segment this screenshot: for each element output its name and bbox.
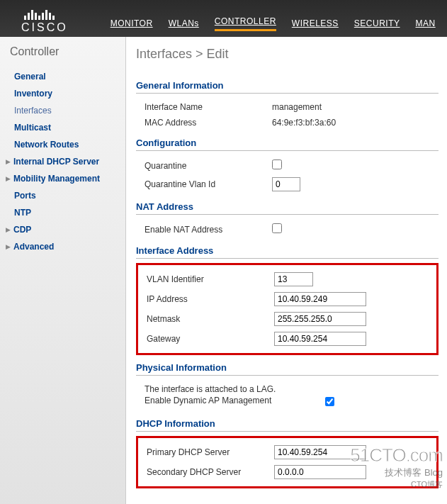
breadcrumb: Interfaces > Edit <box>136 47 438 62</box>
sidebar-item-ports[interactable]: Ports <box>14 187 125 204</box>
input-gateway[interactable] <box>274 332 366 346</box>
app-header: CISCO MONITOR WLANs CONTROLLER WIRELESS … <box>0 0 447 37</box>
sidebar-item-interfaces[interactable]: Interfaces <box>14 102 125 119</box>
physical-note-line2: Enable Dynamic AP Management <box>145 396 276 407</box>
chevron-right-icon: ▶ <box>6 226 11 233</box>
sidebar-item-network-routes[interactable]: Network Routes <box>14 136 125 153</box>
label-mac: MAC Address <box>145 118 272 128</box>
nav-wireless[interactable]: WIRELESS <box>292 18 339 31</box>
sidebar-item-mobility[interactable]: ▶Mobility Management <box>14 170 125 187</box>
sidebar-item-advanced[interactable]: ▶Advanced <box>14 238 125 255</box>
checkbox-dynamic-ap[interactable] <box>325 397 334 406</box>
input-netmask[interactable] <box>274 312 366 326</box>
input-ip[interactable] <box>274 292 366 306</box>
chevron-right-icon: ▶ <box>6 158 11 165</box>
input-vlan-id[interactable] <box>274 272 313 286</box>
row-quarantine-vlan: Quarantine Vlan Id <box>136 174 438 194</box>
label-quarantine: Quarantine <box>145 161 272 171</box>
row-enable-nat: Enable NAT Address <box>136 220 438 238</box>
sidebar-item-internal-dhcp[interactable]: ▶Internal DHCP Server <box>14 153 125 170</box>
label-gateway: Gateway <box>147 334 274 344</box>
input-secondary-dhcp[interactable] <box>274 465 366 479</box>
brand-text: CISCO <box>21 21 68 34</box>
physical-note-line1: The interface is attached to a LAG. <box>145 384 276 396</box>
row-netmask: Netmask <box>138 309 436 329</box>
row-mac-address: MAC Address 64:9e:f3:bf:3a:60 <box>136 115 438 130</box>
sidebar-item-multicast[interactable]: Multicast <box>14 119 125 136</box>
row-secondary-dhcp: Secondary DHCP Server <box>138 462 436 482</box>
cisco-logo: CISCO <box>21 10 68 34</box>
row-quarantine: Quarantine <box>136 157 438 174</box>
highlight-box-dhcp: Primary DHCP Server Secondary DHCP Serve… <box>136 436 438 488</box>
breadcrumb-root: Interfaces <box>136 47 192 61</box>
breadcrumb-tail: Edit <box>207 47 229 61</box>
top-nav: MONITOR WLANs CONTROLLER WIRELESS SECURI… <box>111 16 436 31</box>
section-dhcp-title: DHCP Information <box>136 418 438 432</box>
nav-wlans[interactable]: WLANs <box>169 18 199 31</box>
chevron-right-icon: ▶ <box>6 175 11 182</box>
label-primary-dhcp: Primary DHCP Server <box>147 447 274 457</box>
row-ip-address: IP Address <box>138 289 436 309</box>
logo-bars-icon <box>24 10 55 20</box>
sidebar-item-inventory[interactable]: Inventory <box>14 85 125 102</box>
chevron-right-icon: ▶ <box>6 243 11 250</box>
row-vlan-id: VLAN Identifier <box>138 269 436 289</box>
sidebar-title: Controller <box>0 45 125 68</box>
row-primary-dhcp: Primary DHCP Server <box>138 442 436 462</box>
section-nat-title: NAT Address <box>136 201 438 215</box>
sidebar-item-cdp[interactable]: ▶CDP <box>14 221 125 238</box>
highlight-box-interface-address: VLAN Identifier IP Address Netmask Gatew… <box>136 263 438 355</box>
input-quarantine-vlan[interactable] <box>272 177 300 191</box>
checkbox-quarantine[interactable] <box>272 159 282 169</box>
nav-man[interactable]: MAN <box>416 18 436 31</box>
label-enable-nat: Enable NAT Address <box>145 225 272 235</box>
nav-controller[interactable]: CONTROLLER <box>215 16 276 31</box>
physical-note: The interface is attached to a LAG. Enab… <box>136 384 276 406</box>
value-interface-name: management <box>272 102 438 112</box>
section-general-info-title: General Information <box>136 80 438 94</box>
section-physical-title: Physical Information <box>136 362 438 376</box>
label-netmask: Netmask <box>147 314 274 324</box>
row-physical-note: The interface is attached to a LAG. Enab… <box>136 381 438 411</box>
row-gateway: Gateway <box>138 329 436 349</box>
section-configuration-title: Configuration <box>136 138 438 151</box>
label-quarantine-vlan: Quarantine Vlan Id <box>145 179 272 189</box>
row-interface-name: Interface Name management <box>136 99 438 115</box>
label-secondary-dhcp: Secondary DHCP Server <box>147 467 274 477</box>
main-content: Interfaces > Edit General Information In… <box>126 37 447 504</box>
sidebar: Controller General Inventory Interfaces … <box>0 37 126 504</box>
breadcrumb-sep: > <box>196 47 203 61</box>
input-primary-dhcp[interactable] <box>274 445 366 459</box>
label-interface-name: Interface Name <box>145 102 272 112</box>
sidebar-item-general[interactable]: General <box>14 68 125 85</box>
nav-monitor[interactable]: MONITOR <box>111 18 153 31</box>
label-ip: IP Address <box>147 294 274 304</box>
nav-security[interactable]: SECURITY <box>354 18 400 31</box>
checkbox-enable-nat[interactable] <box>272 223 282 233</box>
sidebar-item-ntp[interactable]: NTP <box>14 204 125 221</box>
section-iface-addr-title: Interface Address <box>136 245 438 259</box>
label-vlan-id: VLAN Identifier <box>147 274 274 284</box>
value-mac: 64:9e:f3:bf:3a:60 <box>272 118 438 128</box>
